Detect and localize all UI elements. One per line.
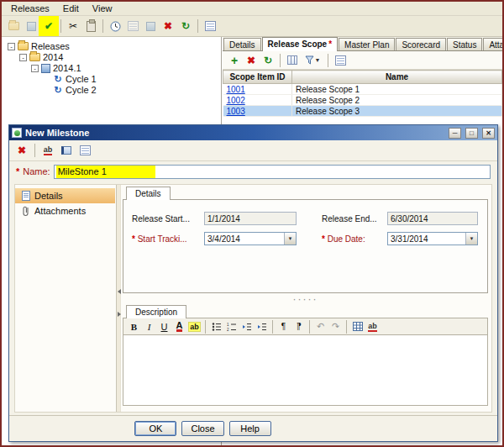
ok-button[interactable]: OK	[134, 421, 176, 436]
undo-button[interactable]: ↶	[313, 319, 328, 334]
table-row[interactable]: 1002 Release Scope 2	[223, 95, 502, 106]
sidebar-item-details[interactable]: Details	[15, 188, 115, 203]
toolbar-separator	[60, 19, 61, 33]
milestone-name-input[interactable]: MileStone 1	[54, 165, 491, 179]
menu-view[interactable]: View	[86, 3, 119, 15]
menu-releases[interactable]: Releases	[4, 3, 56, 15]
collapse-icon[interactable]: -	[31, 65, 39, 72]
select-columns-icon	[287, 55, 297, 65]
numbered-list-button[interactable]: 12	[224, 319, 239, 334]
tree-node-releases[interactable]: - Releases	[8, 41, 221, 51]
scope-items-table: Scope Item ID Name 1001 Release Scope 1 …	[223, 70, 502, 117]
select-columns-button[interactable]	[285, 53, 300, 68]
report-button[interactable]	[202, 18, 218, 34]
spell-check-button[interactable]: ab	[39, 142, 56, 159]
tab-status[interactable]: Status	[447, 38, 482, 50]
due-date-dropdown[interactable]: 3/31/2014 ▼	[387, 232, 478, 245]
add-scope-item-button[interactable]: +	[227, 53, 242, 68]
increase-indent-icon	[257, 322, 267, 332]
spell-check-icon: ab	[368, 322, 377, 332]
collapse-icon[interactable]: -	[8, 43, 15, 50]
timeline-button[interactable]	[107, 18, 123, 34]
set-filter-button[interactable]: ▼	[302, 53, 323, 68]
collapse-icon[interactable]: -	[19, 54, 27, 61]
minimize-button[interactable]: ─	[449, 128, 461, 139]
new-release-folder-button[interactable]	[5, 18, 22, 34]
paste-button[interactable]	[82, 18, 99, 34]
sidebar-item-attachments[interactable]: Attachments	[15, 203, 115, 218]
tree-node-cycle-2[interactable]: ↻ Cycle 2	[53, 85, 221, 95]
chevron-down-icon[interactable]: ▼	[284, 233, 296, 245]
italic-button[interactable]: I	[142, 319, 156, 334]
table-row[interactable]: 1001 Release Scope 1	[223, 84, 502, 95]
thesaurus-button[interactable]	[58, 142, 75, 159]
tab-scorecard[interactable]: Scorecard	[396, 38, 446, 50]
clock-icon	[110, 21, 121, 32]
form-icon	[335, 55, 346, 66]
table-header-row: Scope Item ID Name	[223, 71, 502, 84]
scope-details-button[interactable]	[333, 53, 348, 68]
chevron-down-icon[interactable]: ▼	[465, 233, 477, 245]
scope-item-id-link[interactable]: 1001	[227, 85, 245, 94]
highlight-button[interactable]: ab	[187, 319, 202, 334]
column-header-scope-item-id[interactable]: Scope Item ID	[223, 71, 292, 84]
tree-node-cycle-1[interactable]: ↻ Cycle 1	[53, 74, 221, 84]
menu-edit[interactable]: Edit	[56, 3, 86, 15]
scope-toolbar: + ✖ ↻ ▼	[223, 51, 502, 70]
milestone-icon	[12, 128, 22, 138]
bullet-list-button[interactable]	[209, 319, 223, 334]
tree-node-2014[interactable]: - 2014	[19, 52, 221, 62]
release-start-label: Release Start...	[132, 214, 204, 224]
scope-item-id-link[interactable]: 1003	[227, 107, 245, 116]
description-page-tab[interactable]: Description	[126, 305, 186, 318]
favorites-button[interactable]	[142, 18, 159, 34]
maximize-button[interactable]: □	[465, 128, 478, 139]
refresh-all-button[interactable]: ↻	[177, 18, 194, 34]
increase-indent-button[interactable]	[255, 319, 269, 334]
redo-button[interactable]: ↷	[328, 319, 343, 334]
report-icon	[205, 21, 216, 31]
description-editor-area[interactable]	[123, 335, 488, 406]
underline-button[interactable]: U	[157, 319, 171, 334]
collapse-left-icon	[118, 289, 121, 294]
description-section: Description B I U A ab 12	[123, 305, 488, 406]
redo-icon: ↷	[332, 321, 339, 332]
scope-item-id-link[interactable]: 1002	[227, 96, 245, 105]
close-button[interactable]: Close	[181, 421, 223, 436]
tree-node-2014-1[interactable]: - 2014.1	[31, 63, 221, 73]
font-color-button[interactable]: A	[172, 319, 186, 334]
right-to-left-button[interactable]: ¶	[291, 319, 306, 334]
help-button[interactable]: Help	[229, 421, 271, 436]
tab-label: Attachments	[489, 40, 504, 50]
delete-button[interactable]: ✖	[160, 18, 176, 34]
tab-master-plan[interactable]: Master Plan	[339, 38, 395, 50]
cut-button[interactable]: ✂	[65, 18, 81, 34]
left-to-right-button[interactable]: ¶	[276, 319, 291, 334]
start-tracking-dropdown[interactable]: 3/4/2014 ▼	[204, 232, 297, 245]
details-page-tab[interactable]: Details	[126, 187, 171, 200]
column-header-name[interactable]: Name	[292, 71, 502, 84]
dialog-title-bar[interactable]: New Milestone ─ □ ✕	[9, 125, 497, 140]
tab-details[interactable]: Details	[223, 38, 261, 50]
tab-attachments[interactable]: Attachments	[483, 38, 504, 50]
close-button[interactable]: ✕	[482, 128, 495, 139]
tab-release-scope[interactable]: Release Scope*	[262, 37, 339, 51]
numbered-list-icon: 12	[227, 322, 237, 332]
new-release-button[interactable]	[23, 18, 39, 34]
release-folder-icon	[29, 53, 40, 61]
refresh-scope-button[interactable]: ↻	[260, 53, 276, 68]
release-end-label: Release End...	[322, 214, 387, 224]
sidebar-splitter[interactable]	[116, 185, 121, 412]
editor-spell-check-button[interactable]: ab	[365, 319, 380, 334]
insert-table-button[interactable]	[350, 319, 365, 334]
copy-url-button[interactable]	[124, 18, 141, 34]
delete-scope-item-button[interactable]: ✖	[244, 53, 259, 68]
new-milestone-button[interactable]: ✔	[40, 18, 57, 34]
spelling-options-button[interactable]	[76, 142, 93, 159]
decrease-indent-button[interactable]	[239, 319, 254, 334]
horizontal-splitter[interactable]: ·····	[123, 295, 488, 305]
bold-button[interactable]: B	[127, 319, 141, 334]
table-row-selected[interactable]: 1003 Release Scope 3	[223, 106, 502, 117]
release-start-field: Release Start... 1/1/2014	[132, 212, 297, 225]
clear-fields-button[interactable]: ✖	[13, 142, 30, 159]
